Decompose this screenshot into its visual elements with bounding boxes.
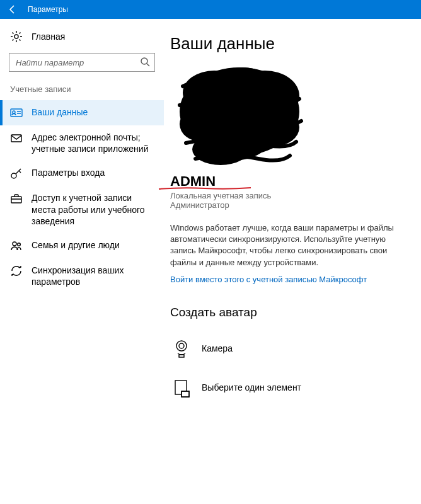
svg-point-1 bbox=[141, 58, 147, 64]
briefcase-icon bbox=[10, 192, 23, 205]
nav-label: Доступ к учетной записи места работы или… bbox=[32, 192, 154, 227]
svg-rect-19 bbox=[179, 355, 184, 357]
sidebar-item-email-accounts[interactable]: Адрес электронной почты; учетные записи … bbox=[0, 125, 164, 161]
camera-label: Камера bbox=[202, 343, 233, 353]
svg-point-8 bbox=[18, 243, 21, 246]
nav-label: Параметры входа bbox=[32, 167, 105, 178]
nav-label: Ваши данные bbox=[32, 106, 88, 118]
avatar-image-redacted bbox=[170, 61, 309, 168]
titlebar: Параметры bbox=[0, 0, 421, 19]
sidebar-item-sync[interactable]: Синхронизация ваших параметров bbox=[0, 258, 164, 294]
camera-icon bbox=[170, 337, 193, 360]
sidebar-item-work-school[interactable]: Доступ к учетной записи места работы или… bbox=[0, 186, 164, 233]
sidebar-item-your-info[interactable]: Ваши данные bbox=[0, 100, 164, 125]
svg-point-3 bbox=[13, 111, 15, 113]
nav-label: Синхронизация ваших параметров bbox=[32, 265, 154, 287]
svg-point-7 bbox=[13, 242, 16, 246]
mail-icon bbox=[10, 132, 23, 144]
svg-rect-21 bbox=[182, 391, 189, 397]
camera-option[interactable]: Камера bbox=[170, 332, 410, 371]
sync-description: Windows работает лучше, когда ваши парам… bbox=[170, 222, 410, 268]
svg-point-17 bbox=[176, 341, 187, 351]
redaction-underline bbox=[158, 186, 252, 191]
signin-microsoft-link[interactable]: Войти вместо этого с учетной записью Май… bbox=[170, 275, 410, 284]
main-content: Ваши данные bbox=[164, 19, 421, 504]
sync-icon bbox=[10, 265, 23, 277]
browse-option[interactable]: Выберите один элемент bbox=[170, 371, 410, 410]
back-arrow-icon bbox=[8, 4, 18, 14]
people-icon bbox=[10, 239, 23, 252]
account-type: Локальная учетная запись bbox=[170, 191, 410, 200]
search-icon bbox=[140, 57, 150, 67]
nav-label: Семья и другие люди bbox=[32, 239, 120, 251]
browse-label: Выберите один элемент bbox=[202, 382, 301, 392]
gear-icon bbox=[10, 30, 23, 43]
svg-point-0 bbox=[14, 35, 18, 38]
svg-point-18 bbox=[179, 343, 184, 348]
home-label: Главная bbox=[32, 32, 65, 42]
create-avatar-title: Создать аватар bbox=[170, 306, 410, 319]
account-role: Администратор bbox=[170, 200, 410, 210]
svg-rect-6 bbox=[11, 197, 21, 203]
back-button[interactable] bbox=[0, 0, 25, 19]
svg-rect-4 bbox=[11, 135, 21, 142]
titlebar-title: Параметры bbox=[25, 5, 68, 14]
nav-label: Адрес электронной почты; учетные записи … bbox=[32, 132, 154, 154]
sidebar-item-signin-options[interactable]: Параметры входа bbox=[0, 161, 164, 186]
browse-icon bbox=[170, 376, 193, 399]
svg-point-15 bbox=[214, 67, 271, 99]
home-button[interactable]: Главная bbox=[0, 28, 164, 50]
search-input[interactable] bbox=[9, 53, 155, 72]
key-icon bbox=[10, 167, 23, 180]
section-label: Учетные записи bbox=[0, 83, 164, 100]
svg-point-5 bbox=[11, 173, 16, 178]
sidebar: Главная Учетные записи Ваши данные Адрес… bbox=[0, 19, 164, 504]
search-box bbox=[9, 53, 155, 72]
person-card-icon bbox=[10, 106, 23, 119]
page-title: Ваши данные bbox=[170, 34, 410, 54]
sidebar-item-family[interactable]: Семья и другие люди bbox=[0, 233, 164, 258]
